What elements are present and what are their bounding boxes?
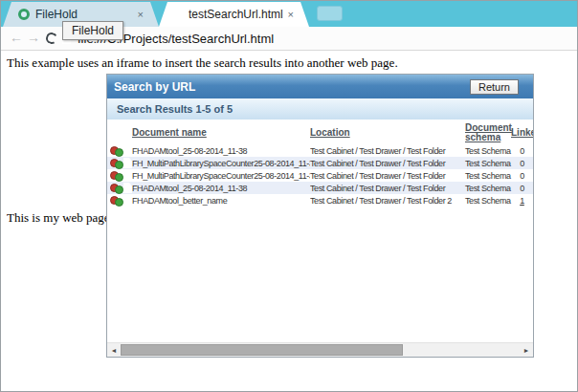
- document-status-icon: [110, 146, 122, 156]
- document-icon: [123, 158, 132, 168]
- row-icons: [107, 170, 132, 181]
- table-row[interactable]: FHADAMtool_25-08-2014_11-38 Test Cabinet…: [107, 182, 533, 194]
- document-status-icon: [110, 196, 122, 206]
- document-schema: Test Schema: [465, 159, 511, 168]
- linked-count[interactable]: 0: [511, 159, 533, 168]
- results-summary: Search Results 1-5 of 5: [117, 103, 233, 115]
- browser-window: FileHold × testSearchUrl.html × ← → file…: [0, 0, 578, 392]
- table-row[interactable]: FH_MultiPathLibrarySpaceCounter25-08-201…: [107, 157, 533, 169]
- tab-testsearchurl-label: testSearchUrl.html: [189, 8, 286, 21]
- search-results-iframe: Search by URL Return Search Results 1-5 …: [106, 74, 534, 358]
- scroll-right-icon[interactable]: ►: [520, 343, 533, 357]
- document-icon: [123, 145, 132, 156]
- document-location: Test Cabinet / Test Drawer / Test Folder: [310, 184, 465, 193]
- results-header-row: Document name Location Document schema L…: [107, 121, 533, 144]
- linked-count[interactable]: 0: [511, 171, 533, 181]
- scrollbar-thumb[interactable]: [121, 344, 403, 356]
- document-location: Test Cabinet / Test Drawer / Test Folder: [310, 146, 465, 156]
- linked-count[interactable]: 1: [511, 196, 533, 206]
- linked-count[interactable]: 0: [511, 146, 533, 156]
- filehold-logo-icon: [18, 9, 30, 20]
- row-icons: [107, 145, 132, 156]
- document-schema: Test Schema: [465, 184, 511, 193]
- document-schema: Test Schema: [465, 196, 511, 206]
- row-icons: [107, 195, 132, 206]
- column-header-location[interactable]: Location: [310, 128, 465, 138]
- tab-tooltip: FileHold: [62, 21, 123, 40]
- search-frame-header: Search by URL Return: [107, 75, 533, 98]
- column-header-document-name[interactable]: Document name: [132, 128, 310, 138]
- back-icon[interactable]: ←: [10, 30, 23, 45]
- page-icon: [174, 10, 183, 20]
- document-location: Test Cabinet / Test Drawer / Test Folder: [310, 159, 465, 168]
- results-body: FHADAMtool_25-08-2014_11-38 Test Cabinet…: [107, 144, 533, 207]
- document-name[interactable]: FHADAMtool_25-08-2014_11-38: [132, 184, 310, 193]
- forward-icon[interactable]: →: [27, 30, 40, 45]
- column-header-linked[interactable]: Linked: [511, 128, 533, 138]
- document-status-icon: [110, 171, 122, 181]
- return-button[interactable]: Return: [470, 79, 519, 95]
- linked-count[interactable]: 0: [511, 184, 533, 193]
- column-header-document-schema[interactable]: Document schema: [465, 123, 511, 142]
- search-frame-title: Search by URL: [114, 80, 470, 94]
- table-row[interactable]: FHADAMtool_25-08-2014_11-38 Test Cabinet…: [107, 144, 533, 157]
- results-table: Document name Location Document schema L…: [107, 120, 533, 357]
- table-row[interactable]: FH_MultiPathLibrarySpaceCounter25-08-201…: [107, 169, 533, 182]
- close-icon[interactable]: ×: [286, 9, 296, 20]
- tab-testsearchurl[interactable]: testSearchUrl.html ×: [159, 2, 309, 27]
- intro-text: This example uses an iframe to insert th…: [7, 55, 398, 71]
- document-schema: Test Schema: [465, 146, 511, 156]
- row-icons: [107, 183, 132, 193]
- document-schema: Test Schema: [465, 171, 511, 181]
- document-status-icon: [110, 184, 122, 193]
- new-tab-button[interactable]: [317, 6, 343, 21]
- tab-filehold-label: FileHold: [35, 8, 136, 21]
- results-summary-bar: Search Results 1-5 of 5: [107, 98, 533, 120]
- document-name[interactable]: FH_MultiPathLibrarySpaceCounter25-08-201…: [132, 171, 310, 181]
- document-name[interactable]: FH_MultiPathLibrarySpaceCounter25-08-201…: [132, 159, 310, 168]
- table-row[interactable]: FHADAMtool_better_name Test Cabinet / Te…: [107, 194, 533, 207]
- document-location: Test Cabinet / Test Drawer / Test Folder: [310, 171, 465, 181]
- document-location: Test Cabinet / Test Drawer / Test Folder…: [310, 196, 465, 206]
- close-icon[interactable]: ×: [136, 9, 145, 20]
- document-icon: [123, 170, 132, 181]
- horizontal-scrollbar[interactable]: ◄ ►: [107, 342, 533, 357]
- document-name[interactable]: FHADAMtool_25-08-2014_11-38: [132, 146, 310, 156]
- document-icon: [123, 195, 132, 206]
- row-icons: [107, 158, 132, 168]
- document-status-icon: [110, 159, 122, 168]
- footer-text: This is my web page!: [7, 210, 114, 226]
- scroll-left-icon[interactable]: ◄: [107, 343, 121, 357]
- document-name[interactable]: FHADAMtool_better_name: [132, 196, 310, 206]
- refresh-icon[interactable]: [45, 32, 59, 46]
- document-icon: [123, 183, 132, 193]
